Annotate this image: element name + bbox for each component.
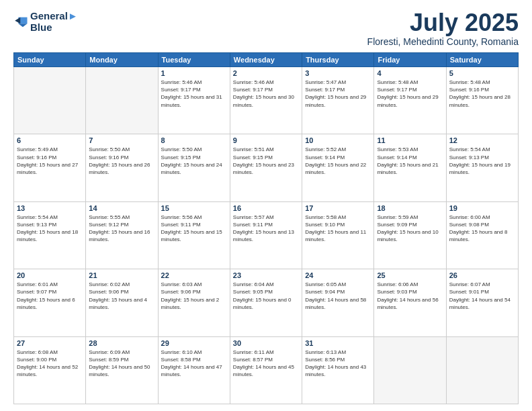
calendar-title: July 2025 [367,11,519,35]
day-number: 3 [305,69,371,77]
table-row: 24Sunrise: 6:05 AM Sunset: 9:04 PM Dayli… [302,269,374,336]
day-info: Sunrise: 5:56 AM Sunset: 9:11 PM Dayligh… [161,214,227,244]
table-row: 5Sunrise: 5:48 AM Sunset: 9:16 PM Daylig… [446,67,518,134]
day-info: Sunrise: 5:59 AM Sunset: 9:09 PM Dayligh… [377,214,443,244]
table-row: 12Sunrise: 5:54 AM Sunset: 9:13 PM Dayli… [446,134,518,201]
day-info: Sunrise: 5:46 AM Sunset: 9:17 PM Dayligh… [161,79,227,109]
day-number: 21 [89,271,154,279]
day-info: Sunrise: 5:53 AM Sunset: 9:14 PM Dayligh… [377,146,443,176]
day-info: Sunrise: 6:05 AM Sunset: 9:04 PM Dayligh… [305,281,371,311]
table-row: 8Sunrise: 5:50 AM Sunset: 9:15 PM Daylig… [158,134,230,201]
table-row: 21Sunrise: 6:02 AM Sunset: 9:06 PM Dayli… [86,269,158,336]
header-monday: Monday [86,53,158,67]
day-number: 7 [89,136,154,144]
day-number: 14 [89,204,154,212]
table-row: 27Sunrise: 6:08 AM Sunset: 9:00 PM Dayli… [14,336,86,404]
day-number: 1 [161,69,227,77]
day-number: 8 [161,136,227,144]
day-info: Sunrise: 5:47 AM Sunset: 9:17 PM Dayligh… [305,79,371,109]
table-row: 23Sunrise: 6:04 AM Sunset: 9:05 PM Dayli… [230,269,302,336]
page: General► Blue July 2025 Floresti, Mehedi… [0,0,532,411]
day-number: 20 [17,271,83,279]
day-number: 31 [305,339,371,347]
title-block: July 2025 Floresti, Mehedinti County, Ro… [367,11,519,47]
table-row: 15Sunrise: 5:56 AM Sunset: 9:11 PM Dayli… [158,201,230,269]
table-row: 13Sunrise: 5:54 AM Sunset: 9:13 PM Dayli… [14,201,86,269]
day-number: 19 [449,204,515,212]
logo-text: General► Blue [30,11,78,33]
day-info: Sunrise: 6:02 AM Sunset: 9:06 PM Dayligh… [89,281,154,311]
day-info: Sunrise: 6:07 AM Sunset: 9:01 PM Dayligh… [449,281,515,311]
header-saturday: Saturday [446,53,518,67]
table-row [446,336,518,404]
day-number: 11 [377,136,443,144]
svg-marker-2 [15,17,20,24]
day-number: 6 [17,136,83,144]
table-row: 31Sunrise: 6:13 AM Sunset: 8:56 PM Dayli… [302,336,374,404]
day-number: 10 [305,136,371,144]
day-info: Sunrise: 6:08 AM Sunset: 9:00 PM Dayligh… [17,349,83,379]
day-number: 24 [305,271,371,279]
table-row: 9Sunrise: 5:51 AM Sunset: 9:15 PM Daylig… [230,134,302,201]
day-info: Sunrise: 5:49 AM Sunset: 9:16 PM Dayligh… [17,146,83,176]
day-info: Sunrise: 6:03 AM Sunset: 9:06 PM Dayligh… [161,281,227,311]
table-row: 18Sunrise: 5:59 AM Sunset: 9:09 PM Dayli… [374,201,446,269]
day-info: Sunrise: 6:13 AM Sunset: 8:56 PM Dayligh… [305,349,371,379]
day-info: Sunrise: 5:50 AM Sunset: 9:16 PM Dayligh… [89,146,154,176]
day-info: Sunrise: 6:10 AM Sunset: 8:58 PM Dayligh… [161,349,227,379]
day-number: 29 [161,339,227,347]
header-tuesday: Tuesday [158,53,230,67]
table-row: 19Sunrise: 6:00 AM Sunset: 9:08 PM Dayli… [446,201,518,269]
table-row: 25Sunrise: 6:06 AM Sunset: 9:03 PM Dayli… [374,269,446,336]
table-row: 14Sunrise: 5:55 AM Sunset: 9:12 PM Dayli… [86,201,158,269]
day-info: Sunrise: 5:55 AM Sunset: 9:12 PM Dayligh… [89,214,154,244]
logo: General► Blue [13,11,78,33]
day-number: 13 [17,204,83,212]
day-info: Sunrise: 5:54 AM Sunset: 9:13 PM Dayligh… [449,146,515,176]
day-info: Sunrise: 5:46 AM Sunset: 9:17 PM Dayligh… [233,79,299,109]
day-info: Sunrise: 6:04 AM Sunset: 9:05 PM Dayligh… [233,281,299,311]
day-number: 15 [161,204,227,212]
day-number: 17 [305,204,371,212]
day-info: Sunrise: 5:48 AM Sunset: 9:16 PM Dayligh… [449,79,515,109]
day-number: 12 [449,136,515,144]
table-row: 6Sunrise: 5:49 AM Sunset: 9:16 PM Daylig… [14,134,86,201]
table-row [374,336,446,404]
table-row: 28Sunrise: 6:09 AM Sunset: 8:59 PM Dayli… [86,336,158,404]
table-row: 26Sunrise: 6:07 AM Sunset: 9:01 PM Dayli… [446,269,518,336]
calendar-subtitle: Floresti, Mehedinti County, Romania [367,36,519,47]
table-row: 17Sunrise: 5:58 AM Sunset: 9:10 PM Dayli… [302,201,374,269]
day-number: 28 [89,339,154,347]
logo-icon [13,15,28,30]
day-number: 18 [377,204,443,212]
day-number: 2 [233,69,299,77]
day-number: 27 [17,339,83,347]
day-info: Sunrise: 5:48 AM Sunset: 9:17 PM Dayligh… [377,79,443,109]
table-row [86,67,158,134]
day-info: Sunrise: 5:54 AM Sunset: 9:13 PM Dayligh… [17,214,83,244]
table-row: 16Sunrise: 5:57 AM Sunset: 9:11 PM Dayli… [230,201,302,269]
table-row: 29Sunrise: 6:10 AM Sunset: 8:58 PM Dayli… [158,336,230,404]
day-number: 22 [161,271,227,279]
day-info: Sunrise: 5:58 AM Sunset: 9:10 PM Dayligh… [305,214,371,244]
day-number: 5 [449,69,515,77]
day-info: Sunrise: 5:57 AM Sunset: 9:11 PM Dayligh… [233,214,299,244]
day-number: 30 [233,339,299,347]
day-info: Sunrise: 6:01 AM Sunset: 9:07 PM Dayligh… [17,281,83,311]
day-number: 16 [233,204,299,212]
day-number: 26 [449,271,515,279]
day-info: Sunrise: 6:06 AM Sunset: 9:03 PM Dayligh… [377,281,443,311]
day-number: 25 [377,271,443,279]
header-sunday: Sunday [14,53,86,67]
day-number: 4 [377,69,443,77]
table-row: 2Sunrise: 5:46 AM Sunset: 9:17 PM Daylig… [230,67,302,134]
header: General► Blue July 2025 Floresti, Mehedi… [13,11,519,47]
calendar-table: Sunday Monday Tuesday Wednesday Thursday… [13,52,519,404]
header-wednesday: Wednesday [230,53,302,67]
header-friday: Friday [374,53,446,67]
svg-marker-1 [18,24,27,27]
header-row: Sunday Monday Tuesday Wednesday Thursday… [14,53,519,67]
table-row [14,67,86,134]
table-row: 4Sunrise: 5:48 AM Sunset: 9:17 PM Daylig… [374,67,446,134]
header-thursday: Thursday [302,53,374,67]
